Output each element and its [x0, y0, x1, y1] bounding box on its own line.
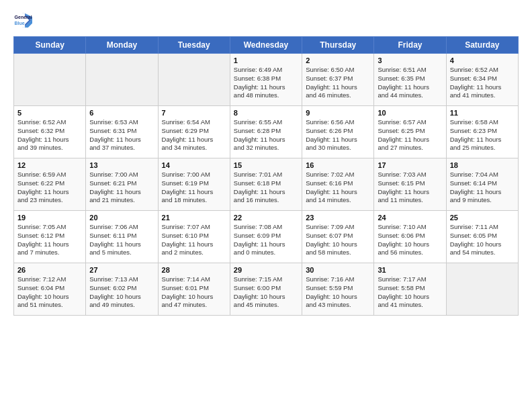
- day-number: 13: [89, 161, 154, 169]
- day-info: Sunrise: 7:07 AM Sunset: 6:10 PM Dayligh…: [162, 223, 226, 257]
- weekday-header-tuesday: Tuesday: [158, 37, 230, 54]
- day-info: Sunrise: 6:49 AM Sunset: 6:38 PM Dayligh…: [234, 66, 298, 100]
- logo: General Blue: [13, 11, 32, 30]
- day-number: 27: [89, 266, 154, 274]
- day-info: Sunrise: 6:55 AM Sunset: 6:28 PM Dayligh…: [234, 118, 298, 152]
- day-info: Sunrise: 7:04 AM Sunset: 6:14 PM Dayligh…: [450, 171, 515, 205]
- day-cell: [14, 54, 86, 106]
- day-number: 7: [162, 109, 226, 117]
- header: General Blue: [13, 11, 519, 30]
- day-info: Sunrise: 7:16 AM Sunset: 5:59 PM Dayligh…: [306, 275, 370, 310]
- day-number: 15: [234, 161, 298, 169]
- day-number: 6: [89, 109, 154, 117]
- day-cell: 11Sunrise: 6:58 AM Sunset: 6:23 PM Dayli…: [446, 106, 518, 158]
- day-info: Sunrise: 6:52 AM Sunset: 6:34 PM Dayligh…: [450, 66, 515, 100]
- day-number: 8: [234, 109, 298, 117]
- day-info: Sunrise: 7:15 AM Sunset: 6:00 PM Dayligh…: [234, 275, 298, 310]
- weekday-header-sunday: Sunday: [14, 37, 86, 54]
- day-cell: 13Sunrise: 7:00 AM Sunset: 6:21 PM Dayli…: [86, 158, 158, 211]
- day-cell: 14Sunrise: 7:00 AM Sunset: 6:19 PM Dayli…: [158, 158, 230, 211]
- day-info: Sunrise: 6:53 AM Sunset: 6:31 PM Dayligh…: [89, 118, 154, 152]
- day-cell: 7Sunrise: 6:54 AM Sunset: 6:29 PM Daylig…: [158, 106, 230, 158]
- day-number: 25: [450, 214, 515, 222]
- week-row-3: 19Sunrise: 7:05 AM Sunset: 6:12 PM Dayli…: [14, 211, 519, 263]
- day-number: 29: [234, 266, 298, 274]
- day-number: 4: [450, 56, 515, 64]
- day-info: Sunrise: 7:01 AM Sunset: 6:18 PM Dayligh…: [234, 171, 298, 205]
- day-info: Sunrise: 7:05 AM Sunset: 6:12 PM Dayligh…: [17, 223, 82, 257]
- day-number: 9: [306, 109, 370, 117]
- svg-text:General: General: [15, 15, 32, 19]
- week-row-2: 12Sunrise: 6:59 AM Sunset: 6:22 PM Dayli…: [14, 158, 519, 211]
- day-info: Sunrise: 7:00 AM Sunset: 6:19 PM Dayligh…: [162, 171, 226, 205]
- day-cell: 6Sunrise: 6:53 AM Sunset: 6:31 PM Daylig…: [86, 106, 158, 158]
- day-cell: 12Sunrise: 6:59 AM Sunset: 6:22 PM Dayli…: [14, 158, 86, 211]
- day-cell: [446, 263, 518, 316]
- day-cell: 8Sunrise: 6:55 AM Sunset: 6:28 PM Daylig…: [230, 106, 302, 158]
- day-cell: 25Sunrise: 7:11 AM Sunset: 6:05 PM Dayli…: [446, 211, 518, 263]
- day-number: 2: [306, 56, 370, 64]
- day-info: Sunrise: 7:03 AM Sunset: 6:15 PM Dayligh…: [378, 171, 442, 205]
- day-info: Sunrise: 6:54 AM Sunset: 6:29 PM Dayligh…: [162, 118, 226, 152]
- day-cell: 17Sunrise: 7:03 AM Sunset: 6:15 PM Dayli…: [374, 158, 446, 211]
- day-number: 23: [306, 214, 370, 222]
- day-info: Sunrise: 6:58 AM Sunset: 6:23 PM Dayligh…: [450, 118, 515, 152]
- weekday-header-friday: Friday: [374, 37, 446, 54]
- weekday-header-monday: Monday: [86, 37, 158, 54]
- weekday-header-saturday: Saturday: [446, 37, 518, 54]
- page: General Blue SundayMondayTuesdayWednesda…: [0, 0, 532, 411]
- day-number: 17: [378, 161, 442, 169]
- day-number: 26: [17, 266, 82, 274]
- day-info: Sunrise: 7:06 AM Sunset: 6:11 PM Dayligh…: [89, 223, 154, 257]
- day-info: Sunrise: 6:59 AM Sunset: 6:22 PM Dayligh…: [17, 171, 82, 205]
- day-number: 28: [162, 266, 226, 274]
- day-info: Sunrise: 7:11 AM Sunset: 6:05 PM Dayligh…: [450, 223, 515, 257]
- day-cell: 16Sunrise: 7:02 AM Sunset: 6:16 PM Dayli…: [302, 158, 374, 211]
- day-cell: 27Sunrise: 7:13 AM Sunset: 6:02 PM Dayli…: [86, 263, 158, 316]
- day-cell: 19Sunrise: 7:05 AM Sunset: 6:12 PM Dayli…: [14, 211, 86, 263]
- svg-text:Blue: Blue: [15, 21, 25, 26]
- day-cell: [86, 54, 158, 106]
- day-cell: [158, 54, 230, 106]
- weekday-header-thursday: Thursday: [302, 37, 374, 54]
- day-cell: 21Sunrise: 7:07 AM Sunset: 6:10 PM Dayli…: [158, 211, 230, 263]
- day-info: Sunrise: 6:52 AM Sunset: 6:32 PM Dayligh…: [17, 118, 82, 152]
- day-cell: 10Sunrise: 6:57 AM Sunset: 6:25 PM Dayli…: [374, 106, 446, 158]
- day-info: Sunrise: 6:50 AM Sunset: 6:37 PM Dayligh…: [306, 66, 370, 100]
- day-cell: 23Sunrise: 7:09 AM Sunset: 6:07 PM Dayli…: [302, 211, 374, 263]
- day-number: 3: [378, 56, 442, 64]
- day-cell: 5Sunrise: 6:52 AM Sunset: 6:32 PM Daylig…: [14, 106, 86, 158]
- day-info: Sunrise: 7:17 AM Sunset: 5:58 PM Dayligh…: [378, 275, 442, 310]
- day-info: Sunrise: 7:09 AM Sunset: 6:07 PM Dayligh…: [306, 223, 370, 257]
- day-cell: 20Sunrise: 7:06 AM Sunset: 6:11 PM Dayli…: [86, 211, 158, 263]
- day-cell: 22Sunrise: 7:08 AM Sunset: 6:09 PM Dayli…: [230, 211, 302, 263]
- weekday-header-wednesday: Wednesday: [230, 37, 302, 54]
- day-cell: 30Sunrise: 7:16 AM Sunset: 5:59 PM Dayli…: [302, 263, 374, 316]
- day-number: 21: [162, 214, 226, 222]
- day-cell: 28Sunrise: 7:14 AM Sunset: 6:01 PM Dayli…: [158, 263, 230, 316]
- day-number: 20: [89, 214, 154, 222]
- week-row-4: 26Sunrise: 7:12 AM Sunset: 6:04 PM Dayli…: [14, 263, 519, 316]
- day-number: 1: [234, 56, 298, 64]
- day-cell: 29Sunrise: 7:15 AM Sunset: 6:00 PM Dayli…: [230, 263, 302, 316]
- day-number: 16: [306, 161, 370, 169]
- day-cell: 4Sunrise: 6:52 AM Sunset: 6:34 PM Daylig…: [446, 54, 518, 106]
- day-cell: 2Sunrise: 6:50 AM Sunset: 6:37 PM Daylig…: [302, 54, 374, 106]
- day-info: Sunrise: 6:56 AM Sunset: 6:26 PM Dayligh…: [306, 118, 370, 152]
- weekday-header-row: SundayMondayTuesdayWednesdayThursdayFrid…: [14, 37, 519, 54]
- day-number: 31: [378, 266, 442, 274]
- day-info: Sunrise: 7:14 AM Sunset: 6:01 PM Dayligh…: [162, 275, 226, 310]
- week-row-1: 5Sunrise: 6:52 AM Sunset: 6:32 PM Daylig…: [14, 106, 519, 158]
- day-number: 5: [17, 109, 82, 117]
- day-info: Sunrise: 7:12 AM Sunset: 6:04 PM Dayligh…: [17, 275, 82, 310]
- day-number: 19: [17, 214, 82, 222]
- day-cell: 18Sunrise: 7:04 AM Sunset: 6:14 PM Dayli…: [446, 158, 518, 211]
- day-cell: 31Sunrise: 7:17 AM Sunset: 5:58 PM Dayli…: [374, 263, 446, 316]
- day-cell: 15Sunrise: 7:01 AM Sunset: 6:18 PM Dayli…: [230, 158, 302, 211]
- logo-icon: General Blue: [13, 11, 32, 30]
- day-number: 11: [450, 109, 515, 117]
- day-cell: 1Sunrise: 6:49 AM Sunset: 6:38 PM Daylig…: [230, 54, 302, 106]
- day-cell: 26Sunrise: 7:12 AM Sunset: 6:04 PM Dayli…: [14, 263, 86, 316]
- day-number: 24: [378, 214, 442, 222]
- day-number: 30: [306, 266, 370, 274]
